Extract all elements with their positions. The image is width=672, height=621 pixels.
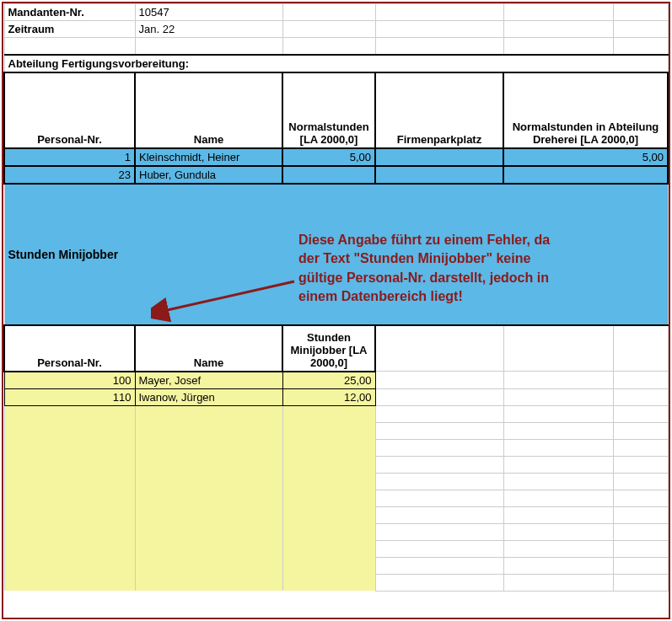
section1-header-row: Personal-Nr. Name Normalstunden [LA 2000…: [4, 72, 668, 148]
table-row: 100 Mayer, Josef 25,00: [4, 372, 668, 389]
cell-name[interactable]: Kleinschmidt, Heiner: [135, 148, 282, 166]
mandant-label[interactable]: Mandanten-Nr.: [4, 4, 135, 21]
table-row: 23 Huber, Gundula: [4, 166, 668, 184]
table-row: 110 Iwanow, Jürgen 12,00: [4, 388, 668, 405]
cell-name[interactable]: Iwanow, Jürgen: [135, 388, 282, 405]
cell-normalstunden[interactable]: 5,00: [282, 148, 375, 166]
zeitraum-label[interactable]: Zeitraum: [4, 21, 135, 38]
header-name[interactable]: Name: [135, 72, 282, 148]
section1-title[interactable]: Abteilung Fertigungsvorbereitung:: [4, 55, 668, 72]
yellow-fill-row: [4, 506, 668, 523]
cell-dreherei[interactable]: 5,00: [503, 148, 668, 166]
section1-title-row: Abteilung Fertigungsvorbereitung:: [4, 55, 668, 72]
yellow-fill-row: [4, 523, 668, 540]
mandant-value[interactable]: 10547: [135, 4, 282, 21]
cell-stunden[interactable]: 25,00: [282, 372, 375, 389]
cell-nr[interactable]: 23: [4, 166, 135, 184]
header-dreherei[interactable]: Normalstunden in Abteilung Dreherei [LA …: [503, 72, 668, 148]
cell-parkplatz[interactable]: [375, 166, 503, 184]
cell-name[interactable]: Huber, Gundula: [135, 166, 282, 184]
yellow-fill-row: [4, 557, 668, 574]
yellow-fill-row: [4, 540, 668, 557]
cell-normalstunden[interactable]: [282, 166, 375, 184]
header-personal-nr[interactable]: Personal-Nr.: [4, 72, 135, 148]
svg-line-1: [164, 281, 294, 311]
cell-nr[interactable]: 1: [4, 148, 135, 166]
cell-name[interactable]: Mayer, Josef: [135, 372, 282, 389]
header2-name[interactable]: Name: [135, 325, 282, 372]
section2-header-row: Personal-Nr. Name Stunden Minijobber [LA…: [4, 325, 668, 372]
header-firmenparkplatz[interactable]: Firmenparkplatz: [375, 72, 503, 148]
cell-nr[interactable]: 110: [4, 388, 135, 405]
header-normalstunden[interactable]: Normalstunden [LA 2000,0]: [282, 72, 375, 148]
header2-personal-nr[interactable]: Personal-Nr.: [4, 325, 135, 372]
annotation-text: Diese Angabe führt zu einem Fehler, da d…: [298, 231, 551, 307]
zeitraum-row: Zeitraum Jan. 22: [4, 21, 668, 38]
spreadsheet-container: Mandanten-Nr. 10547 Zeitraum Jan. 22 Abt…: [2, 2, 670, 619]
cell-nr[interactable]: 100: [4, 372, 135, 389]
yellow-fill-row: [4, 405, 668, 422]
yellow-fill-row: [4, 456, 668, 473]
mandant-row: Mandanten-Nr. 10547: [4, 4, 668, 21]
cell-parkplatz[interactable]: [375, 148, 503, 166]
yellow-fill-row: [4, 473, 668, 490]
arrow-icon: [151, 273, 303, 324]
cell-stunden[interactable]: 12,00: [282, 388, 375, 405]
cell-dreherei[interactable]: [503, 166, 668, 184]
yellow-fill-row: [4, 439, 668, 456]
yellow-fill-row: [4, 490, 668, 506]
zeitraum-value[interactable]: Jan. 22: [135, 21, 282, 38]
header2-stunden[interactable]: Stunden Minijobber [LA 2000,0]: [282, 325, 375, 372]
empty-row: [4, 38, 668, 55]
table-row: 1 Kleinschmidt, Heiner 5,00 5,00: [4, 148, 668, 166]
minijobber-label[interactable]: Stunden Minijobber: [8, 248, 119, 261]
yellow-fill-row: [4, 574, 668, 591]
yellow-fill-row: [4, 422, 668, 439]
